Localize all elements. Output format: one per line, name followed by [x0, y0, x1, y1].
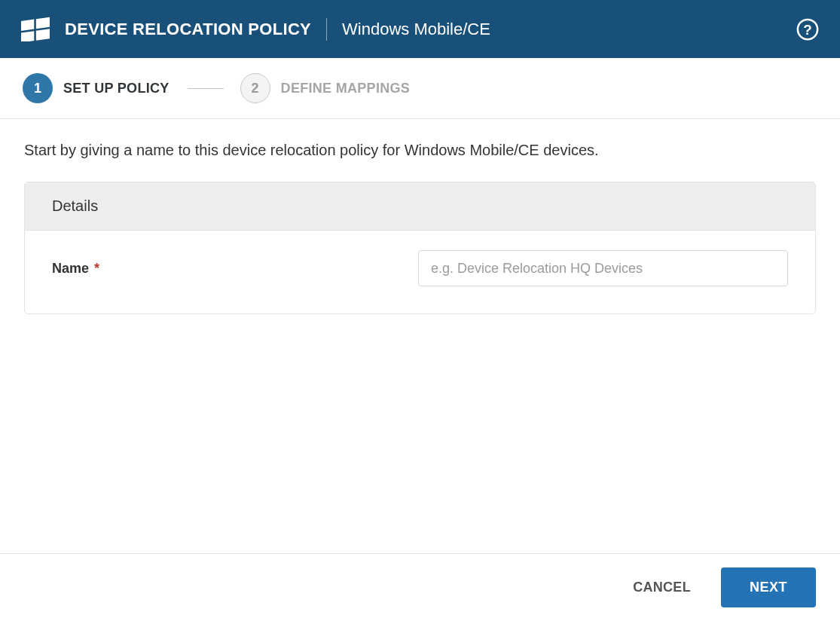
- svg-text:?: ?: [803, 21, 811, 37]
- panel-title: Details: [25, 182, 815, 231]
- wizard-stepper: 1 SET UP POLICY 2 DEFINE MAPPINGS: [0, 58, 840, 119]
- app-header: DEVICE RELOCATION POLICY Windows Mobile/…: [0, 0, 840, 58]
- step-connector: [188, 88, 224, 89]
- svg-rect-1: [36, 17, 50, 28]
- help-icon: ?: [796, 18, 819, 41]
- step-setup-policy[interactable]: 1 SET UP POLICY: [23, 73, 170, 103]
- header-divider: [326, 18, 327, 41]
- name-input[interactable]: [418, 250, 788, 286]
- svg-rect-0: [21, 19, 34, 30]
- next-button[interactable]: NEXT: [721, 567, 816, 607]
- intro-text: Start by giving a name to this device re…: [24, 142, 816, 159]
- name-field-label: Name *: [52, 261, 418, 277]
- step-label: SET UP POLICY: [63, 81, 170, 96]
- step-label: DEFINE MAPPINGS: [281, 81, 411, 96]
- required-asterisk: *: [94, 261, 99, 276]
- help-button[interactable]: ?: [796, 18, 819, 41]
- wizard-footer: CANCEL NEXT: [0, 553, 840, 621]
- page-subtitle: Windows Mobile/CE: [342, 20, 490, 39]
- panel-body: Name *: [25, 231, 815, 314]
- svg-rect-2: [21, 31, 34, 42]
- step-define-mappings[interactable]: 2 DEFINE MAPPINGS: [240, 73, 411, 103]
- step-number: 2: [240, 73, 270, 103]
- details-panel: Details Name *: [24, 182, 816, 314]
- svg-rect-3: [36, 29, 50, 40]
- label-text: Name: [52, 261, 89, 276]
- step-number: 1: [23, 73, 53, 103]
- page-title: DEVICE RELOCATION POLICY: [65, 20, 311, 39]
- main-content: Start by giving a name to this device re…: [0, 119, 840, 553]
- cancel-button[interactable]: CANCEL: [633, 580, 691, 595]
- windows-logo-icon: [21, 17, 50, 42]
